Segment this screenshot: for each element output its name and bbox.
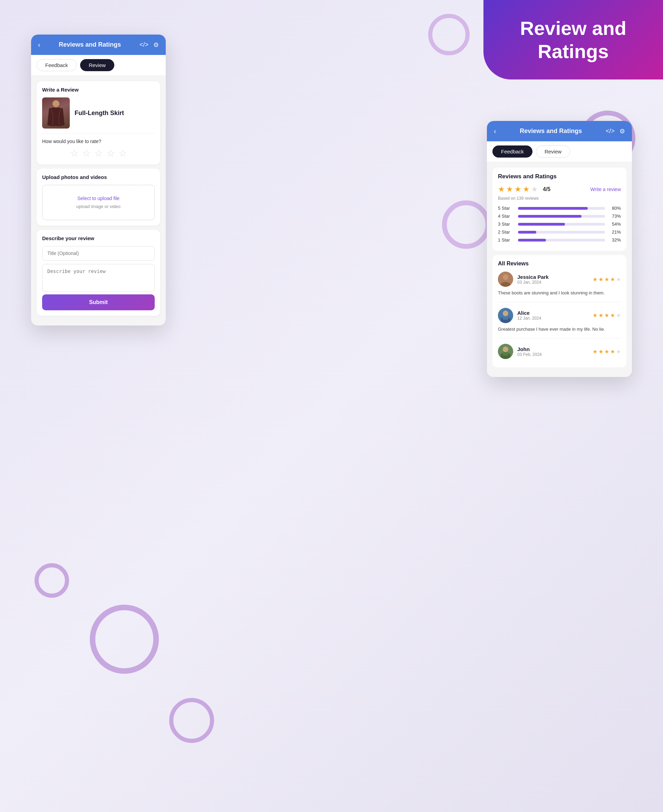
decorative-circle-5 [169,698,214,743]
reviewer-date-alice: 12 Jan, 2024 [517,316,589,321]
a-star-4: ★ [610,312,615,319]
review-body-input[interactable] [42,264,155,292]
a-star-3: ★ [604,312,609,319]
product-image [42,97,70,128]
decorative-circle-6 [442,200,490,249]
bar-track-1 [518,239,605,241]
all-reviews-title: All Reviews [498,261,621,267]
right-back-button[interactable]: ‹ [494,127,496,135]
bar-track-5 [518,207,605,210]
decorative-circle-3 [90,605,159,674]
sum-star-1: ★ [498,185,505,194]
bar-fill-2 [518,231,536,233]
star-4[interactable]: ☆ [106,147,115,159]
review-top-alice: Alice 12 Jan, 2024 ★ ★ ★ ★ ★ [498,308,621,323]
review-text-jessica: These boots are stunning and I look stun… [498,290,621,297]
svg-point-4 [503,311,508,316]
left-header-icons: </> ⚙ [139,41,159,49]
right-code-icon[interactable]: </> [606,128,614,135]
rating-score: 4/5 [543,186,550,193]
describe-review-title: Describe your review [42,235,155,241]
write-review-card: Write a Review Full-Length Skirt How wou… [37,81,160,164]
product-row: Full-Length Skirt [42,97,155,134]
star-3[interactable]: ☆ [94,147,103,159]
jn-star-5: ★ [616,348,621,355]
stars-john: ★ ★ ★ ★ ★ [593,348,621,355]
bar-label-3: 3 Star [498,222,514,227]
star-1[interactable]: ☆ [70,147,79,159]
reviewer-info-john: John 03 Feb, 2024 [517,346,589,357]
bar-label-4: 4 Star [498,214,514,219]
right-tab-bar: Feedback Review [487,141,632,162]
review-text-alice: Greatest purchase I have ever made in my… [498,326,621,333]
left-code-icon[interactable]: </> [139,41,149,49]
rating-question: How would you like to rate? [42,139,155,144]
reviewer-date-jessica: 03 Jan, 2024 [517,280,589,285]
bar-label-1: 1 Star [498,237,514,243]
sum-star-2: ★ [506,185,513,194]
svg-point-0 [52,100,60,107]
right-tab-feedback[interactable]: Feedback [492,146,532,157]
hero-title: Review and Ratings [501,16,646,63]
hero-banner: Review and Ratings [484,0,663,79]
left-back-button[interactable]: ‹ [38,41,40,49]
svg-point-2 [503,274,508,280]
bar-pct-5: 80% [608,206,621,211]
right-phone-header: ‹ Reviews and Ratings </> ⚙ [487,121,632,141]
bar-label-2: 2 Star [498,229,514,235]
bar-row-1: 1 Star 32% [498,237,621,243]
rating-bars: 5 Star 80% 4 Star 73% 3 Star [498,206,621,243]
rating-stars[interactable]: ☆ ☆ ☆ ☆ ☆ [42,147,155,159]
j-star-5: ★ [616,276,621,283]
sum-star-5: ★ [531,185,538,194]
review-title-input[interactable] [42,246,155,261]
product-image-inner [42,97,70,128]
a-star-5: ★ [616,312,621,319]
phone-left: ‹ Reviews and Ratings </> ⚙ Feedback Rev… [31,34,166,326]
decorative-circle-4 [34,563,69,598]
svg-point-8 [503,347,508,352]
sum-star-3: ★ [514,185,521,194]
reviewer-name-alice: Alice [517,310,589,316]
bar-pct-3: 54% [608,222,621,227]
left-settings-icon[interactable]: ⚙ [153,41,159,49]
phone-right: ‹ Reviews and Ratings </> ⚙ Feedback Rev… [487,121,632,377]
j-star-1: ★ [593,276,597,283]
a-star-1: ★ [593,312,597,319]
left-tab-feedback[interactable]: Feedback [37,59,77,71]
stars-alice: ★ ★ ★ ★ ★ [593,312,621,319]
jn-star-2: ★ [598,348,603,355]
upload-link[interactable]: Select to upload file [49,196,147,201]
bar-row-2: 2 Star 21% [498,229,621,235]
star-5[interactable]: ☆ [118,147,127,159]
upload-sub: upload image or video [76,204,121,209]
left-tab-review[interactable]: Review [80,59,114,71]
left-tab-bar: Feedback Review [31,55,166,76]
jn-star-1: ★ [593,348,597,355]
bar-fill-3 [518,223,565,225]
left-phone-content: Write a Review Full-Length Skirt How wou… [31,76,166,326]
reviewer-info-alice: Alice 12 Jan, 2024 [517,310,589,321]
stars-jessica: ★ ★ ★ ★ ★ [593,276,621,283]
a-star-2: ★ [598,312,603,319]
write-review-link[interactable]: Write a review [590,186,621,192]
reviewer-info-jessica: Jessica Park 03 Jan, 2024 [517,274,589,285]
right-settings-icon[interactable]: ⚙ [619,128,625,135]
write-review-title: Write a Review [42,87,155,92]
bar-label-5: 5 Star [498,206,514,211]
reviews-summary-card: Reviews and Ratings ★ ★ ★ ★ ★ 4/5 Write … [492,168,626,251]
bar-track-3 [518,223,605,225]
j-star-3: ★ [604,276,609,283]
summary-stars: ★ ★ ★ ★ ★ [498,185,538,194]
jn-star-4: ★ [610,348,615,355]
jn-star-3: ★ [604,348,609,355]
star-2[interactable]: ☆ [82,147,91,159]
right-tab-review[interactable]: Review [536,146,570,157]
j-star-2: ★ [598,276,603,283]
reviewer-name-john: John [517,346,589,352]
submit-button[interactable]: Submit [42,294,155,310]
reviewer-name-jessica: Jessica Park [517,274,589,280]
bar-fill-5 [518,207,588,210]
upload-area[interactable]: Select to upload file upload image or vi… [42,185,155,220]
reviewer-date-john: 03 Feb, 2024 [517,352,589,357]
